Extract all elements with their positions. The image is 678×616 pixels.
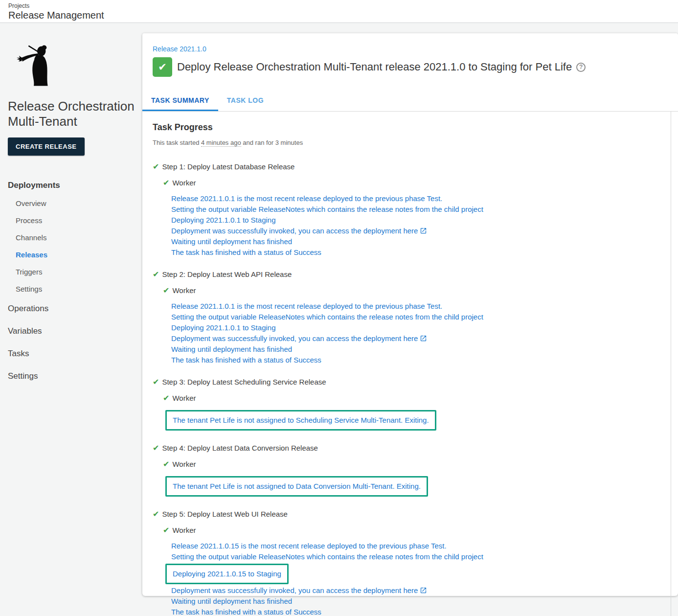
top-header: Projects Release Management [0,0,678,23]
log-line: Setting the output variable ReleaseNotes… [171,204,661,215]
help-icon[interactable]: ? [576,63,586,72]
log-line: Release 2021.1.0.1 is the most recent re… [171,301,661,312]
worker-logs: Release 2021.1.0.15 is the most recent r… [171,541,661,616]
highlight-box: The tenant Pet Life is not assigned to S… [165,410,436,431]
worker-success-icon: ✔ [163,525,169,535]
highlight-box: The tenant Pet Life is not assigned to D… [165,476,428,497]
log-text: Deployment was successfully invoked, you… [171,227,401,235]
step-title: Step 3: Deploy Latest Scheduling Service… [162,378,326,386]
started-time-link[interactable]: 4 minutes ago [201,139,241,147]
log-line: Deploying 2021.1.0.1 to Staging [171,215,661,226]
sidebar-item-overview[interactable]: Overview [16,195,135,212]
log-line: Waiting until deployment has finished [171,344,661,355]
task-progress-heading: Task Progress [153,122,661,133]
worker-row: ✔Worker [163,393,661,403]
log-line: The task has finished with a status of S… [171,607,661,616]
started-suffix: and ran for 3 minutes [243,139,303,146]
worker-row: ✔Worker [163,459,661,469]
sidebar-item-tasks[interactable]: Tasks [8,342,135,365]
task-progress-card: Task Progress This task started 4 minute… [142,112,671,616]
log-line: Deployment was successfully invoked, you… [171,226,661,236]
deployment-here-link[interactable]: here [403,586,427,594]
task-title: Deploy Release Orchestration Multi-Tenan… [177,61,572,73]
step-success-icon: ✔ [153,162,159,171]
sidebar-item-deployments[interactable]: Deployments [8,176,135,195]
sidebar-item-triggers[interactable]: Triggers [16,263,135,280]
worker-logs: The tenant Pet Life is not assigned to S… [171,409,661,432]
worker-label: Worker [172,394,196,402]
sidebar-item-releases[interactable]: Releases [16,246,135,263]
log-line: Waiting until deployment has finished [171,596,661,607]
worker-label: Worker [172,179,196,187]
step-success-icon: ✔ [153,509,159,519]
release-breadcrumb-link[interactable]: Release 2021.1.0 [153,45,678,53]
log-line: Setting the output variable ReleaseNotes… [171,312,661,322]
step-header: ✔Step 4: Deploy Latest Data Conversion R… [153,443,661,453]
step-success-icon: ✔ [153,377,159,387]
tab-task-summary[interactable]: TASK SUMMARY [142,90,218,111]
sidebar-nav: Deployments Overview Process Channels Re… [8,176,135,388]
worker-success-icon: ✔ [163,459,169,469]
log-line: Waiting until deployment has finished [171,236,661,247]
step-2: ✔Step 2: Deploy Latest Web API Release ✔… [153,270,661,365]
log-line: The task has finished with a status of S… [171,247,661,258]
step-title: Step 2: Deploy Latest Web API Release [162,270,292,278]
conductor-silhouette-icon [10,43,59,88]
worker-logs: Release 2021.1.0.1 is the most recent re… [171,193,661,258]
open-in-new-icon [420,335,427,342]
step-title: Step 4: Deploy Latest Data Conversion Re… [162,444,318,452]
step-success-icon: ✔ [153,443,159,453]
deployment-here-link[interactable]: here [403,334,427,342]
started-prefix: This task started [153,139,199,146]
step-header: ✔Step 1: Deploy Latest Database Release [153,162,661,171]
worker-row: ✔Worker [163,286,661,295]
log-line: Deployment was successfully invoked, you… [171,585,661,596]
create-release-button[interactable]: CREATE RELEASE [8,137,85,156]
worker-label: Worker [172,286,196,295]
open-in-new-icon [420,587,427,594]
open-in-new-icon [420,227,427,234]
task-tabs: TASK SUMMARY TASK LOG [142,90,678,112]
log-line: The task has finished with a status of S… [171,355,661,365]
deployment-here-link[interactable]: here [403,227,427,235]
tab-task-log[interactable]: TASK LOG [218,90,272,111]
worker-logs: Release 2021.1.0.1 is the most recent re… [171,301,661,365]
log-text: Deployment was successfully invoked, you… [171,334,401,342]
worker-label: Worker [172,526,196,534]
sidebar-item-variables[interactable]: Variables [8,320,135,342]
step-title: Step 1: Deploy Latest Database Release [162,162,294,171]
worker-success-icon: ✔ [163,286,169,295]
step-header: ✔Step 3: Deploy Latest Scheduling Servic… [153,377,661,387]
sidebar-item-process[interactable]: Process [16,212,135,229]
sidebar-item-channels[interactable]: Channels [16,229,135,246]
steps-list: ✔Step 1: Deploy Latest Database Release … [153,162,661,616]
step-title: Step 5: Deploy Latest Web UI Release [162,510,288,518]
sidebar-item-settings[interactable]: Settings [8,365,135,388]
main-panel: Release 2021.1.0 ✔ Deploy Release Orches… [142,33,678,596]
worker-row: ✔Worker [163,525,661,535]
release-task-page: { "colors": { "accent_blue": "#1d79cf", … [0,0,678,616]
highlight-box: Deploying 2021.1.0.15 to Staging [165,564,289,584]
step-4: ✔Step 4: Deploy Latest Data Conversion R… [153,443,661,498]
sidebar-item-operations[interactable]: Operations [8,297,135,320]
log-line: Setting the output variable ReleaseNotes… [171,551,661,562]
step-success-icon: ✔ [153,270,159,279]
log-line: Deploying 2021.1.0.1 to Staging [171,322,661,333]
step-3: ✔Step 3: Deploy Latest Scheduling Servic… [153,377,661,432]
log-line: Release 2021.1.0.1 is the most recent re… [171,193,661,204]
breadcrumb[interactable]: Projects [8,2,678,9]
project-sidebar: Release Orchestration Multi-Tenant CREAT… [0,23,142,616]
log-text: Deployment was successfully invoked, you… [171,586,401,594]
step-header: ✔Step 5: Deploy Latest Web UI Release [153,509,661,519]
sidebar-item-settings-sub[interactable]: Settings [16,280,135,297]
worker-row: ✔Worker [163,178,661,187]
task-started-text: This task started 4 minutes ago and ran … [153,139,661,146]
step-header: ✔Step 2: Deploy Latest Web API Release [153,270,661,279]
log-line: Release 2021.1.0.15 is the most recent r… [171,541,661,551]
worker-label: Worker [172,460,196,468]
project-name: Release Orchestration Multi-Tenant [8,99,135,129]
page-title: Release Management [8,9,678,21]
worker-logs: The tenant Pet Life is not assigned to D… [171,475,661,498]
step-1: ✔Step 1: Deploy Latest Database Release … [153,162,661,258]
step-5: ✔Step 5: Deploy Latest Web UI Release ✔W… [153,509,661,616]
